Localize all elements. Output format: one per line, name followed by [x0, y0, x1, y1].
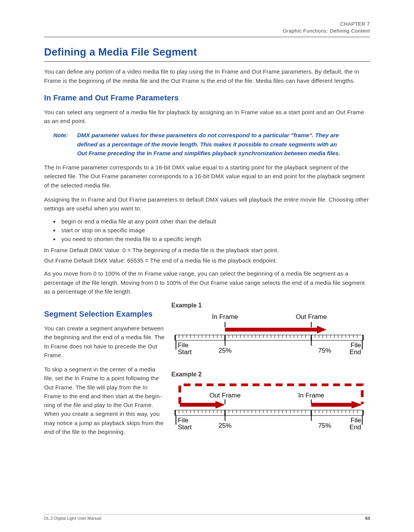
- e2-pct-lo: 25%: [219, 422, 232, 429]
- out-frame-default: Out Frame Default DMX Value: 65535 = The…: [44, 257, 370, 264]
- intro-paragraph: You can define any portion of a video me…: [44, 67, 370, 85]
- page-footer: DL.2 Digital Light User Manual 63: [44, 514, 370, 521]
- svg-text:End: End: [350, 424, 361, 431]
- section1-heading: In Frame and Out Frame Parameters: [44, 94, 370, 102]
- section1-bullets: begin or end a media file at any point o…: [53, 218, 370, 242]
- section1-p1: You can select any segment of a media fi…: [44, 108, 370, 126]
- section2-p1: You can create a segment anywhere betwee…: [44, 324, 165, 360]
- example1-diagram: In Frame Out Frame: [171, 311, 367, 361]
- list-item: start or stop on a specific image: [53, 227, 370, 233]
- ruler-icon: [175, 335, 363, 340]
- example1-title: Example 1: [171, 302, 370, 309]
- note-block: Note: DMX parameter values for these par…: [53, 131, 370, 158]
- chapter-label: CHAPTER 7: [44, 21, 370, 28]
- list-item: begin or end a media file at any point o…: [53, 218, 370, 225]
- e1-pct-lo: 25%: [219, 347, 232, 354]
- section-label: Graphic Functions: Defining Content: [44, 28, 370, 34]
- page-header: CHAPTER 7 Graphic Functions: Defining Co…: [44, 21, 370, 37]
- svg-marker-63: [352, 401, 362, 409]
- example2-diagram: Out Frame In Frame: [171, 380, 367, 436]
- example2-title: Example 2: [171, 371, 370, 378]
- section1-p4: As you move from 0 to 100% of the In Fra…: [44, 269, 370, 296]
- section1-p3: Assigning the In Frame and Out Frame par…: [44, 195, 370, 213]
- e1-in-label: In Frame: [212, 313, 238, 320]
- note-body: DMX parameter values for these parameter…: [77, 131, 345, 158]
- svg-text:Start: Start: [178, 424, 192, 431]
- in-frame-default: In Frame Default DMX Value: 0 = The begi…: [44, 247, 370, 253]
- e2-in-label: In Frame: [298, 392, 324, 399]
- e1-file-start-1: File: [178, 342, 188, 349]
- page-number: 63: [365, 516, 370, 521]
- e1-out-label: Out Frame: [296, 313, 327, 320]
- e1-file-end-1: File: [351, 342, 361, 349]
- section1-p2: The In Frame parameter corresponds to a …: [44, 163, 370, 190]
- svg-text:File: File: [351, 417, 361, 424]
- ruler-icon: [175, 410, 363, 415]
- e2-out-label: Out Frame: [209, 392, 240, 399]
- note-label: Note:: [53, 131, 76, 140]
- e2-pct-hi: 75%: [318, 422, 331, 429]
- footer-left: DL.2 Digital Light User Manual: [44, 516, 101, 521]
- page-title: Defining a Media File Segment: [44, 46, 370, 62]
- e1-file-start-2: Start: [178, 348, 192, 356]
- svg-marker-2: [317, 326, 327, 333]
- section2-p2: To skip a segment in the center of a med…: [44, 365, 165, 436]
- svg-rect-4: [175, 335, 363, 340]
- svg-text:File: File: [178, 417, 188, 424]
- e1-file-end-2: End: [350, 348, 361, 356]
- e1-pct-hi: 75%: [318, 347, 331, 354]
- svg-rect-64: [175, 410, 363, 415]
- list-item: you need to shorten the media file to a …: [53, 236, 370, 242]
- svg-marker-61: [215, 401, 225, 409]
- section2-heading: Segment Selection Examples: [44, 310, 165, 319]
